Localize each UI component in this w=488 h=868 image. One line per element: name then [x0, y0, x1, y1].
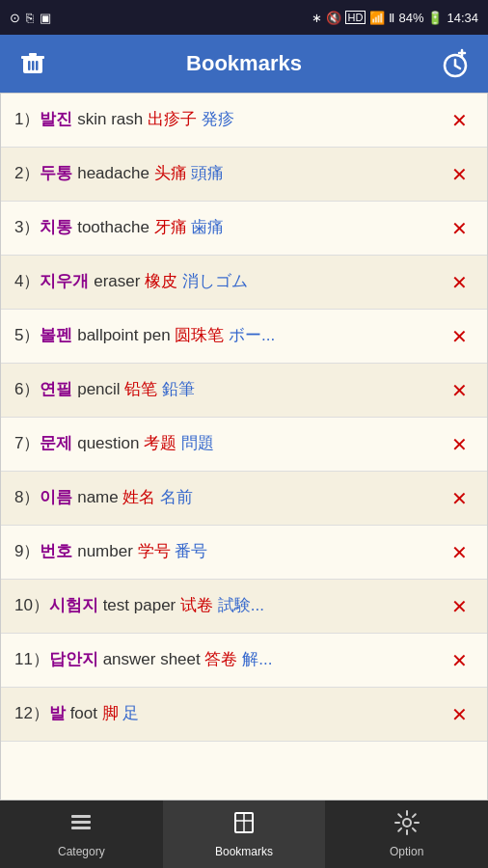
bookmark-text: 7）문제 question 考题 問題 — [14, 433, 446, 454]
bookmark-item[interactable]: 9）번호 number 学号 番号✕ — [1, 526, 487, 580]
bookmark-text: 5）볼펜 ballpoint pen 圆珠笔 ボー... — [14, 325, 446, 346]
svg-rect-4 — [32, 61, 35, 70]
delete-bookmark-button[interactable]: ✕ — [446, 159, 474, 190]
delete-bookmark-button[interactable]: ✕ — [446, 537, 474, 568]
bookmark-item[interactable]: 10）시험지 test paper 试卷 試験...✕ — [1, 580, 487, 634]
svg-line-24 — [398, 828, 401, 831]
delete-bookmark-button[interactable]: ✕ — [446, 483, 474, 514]
wifi-icon: 📶 — [369, 11, 385, 25]
clock-add-icon — [440, 48, 471, 79]
signal-icon: Ⅱ — [389, 11, 394, 25]
svg-rect-11 — [71, 815, 91, 818]
bookmark-text: 12）발 foot 脚 足 — [14, 703, 446, 724]
add-timer-button[interactable] — [436, 44, 474, 83]
bookmark-list: 1）발진 skin rash 出疹子 発疹✕2）두통 headache 头痛 頭… — [0, 93, 488, 800]
bookmark-item[interactable]: 11）답안지 answer sheet 答卷 解...✕ — [1, 634, 487, 688]
option-icon — [394, 810, 420, 841]
delete-bookmark-button[interactable]: ✕ — [446, 213, 474, 244]
bookmark-item[interactable]: 2）두통 headache 头痛 頭痛✕ — [1, 148, 487, 202]
svg-point-17 — [403, 819, 411, 827]
category-icon — [68, 810, 94, 841]
trash-icon — [19, 50, 46, 77]
svg-rect-2 — [29, 53, 37, 56]
bookmark-text: 3）치통 toothache 牙痛 歯痛 — [14, 217, 446, 238]
bookmark-item[interactable]: 6）연필 pencil 铅笔 鉛筆✕ — [1, 364, 487, 418]
bluetooth-icon: ∗ — [312, 11, 322, 25]
hd-icon: HD — [345, 11, 366, 24]
bookmark-item[interactable]: 8）이름 name 姓名 名前✕ — [1, 472, 487, 526]
nav-item-option[interactable]: Option — [325, 800, 488, 868]
bookmarks-icon — [231, 810, 257, 841]
delete-all-button[interactable] — [14, 44, 52, 83]
delete-bookmark-button[interactable]: ✕ — [446, 105, 474, 136]
svg-line-25 — [413, 814, 416, 817]
battery-icon: 🔋 — [427, 11, 443, 25]
app-icon-2: ⎘ — [26, 11, 34, 25]
app-icon-1: ⊙ — [10, 11, 20, 25]
svg-rect-13 — [71, 827, 91, 829]
status-left-icons: ⊙ ⎘ ▣ — [10, 11, 51, 25]
delete-bookmark-button[interactable]: ✕ — [446, 429, 474, 460]
nav-item-category[interactable]: Category — [0, 800, 163, 868]
svg-line-22 — [398, 814, 401, 817]
bookmark-item[interactable]: 12）발 foot 脚 足✕ — [1, 688, 487, 742]
delete-bookmark-button[interactable]: ✕ — [446, 375, 474, 406]
bookmark-text: 2）두통 headache 头痛 頭痛 — [14, 163, 446, 184]
delete-bookmark-button[interactable]: ✕ — [446, 591, 474, 622]
time-display: 14:34 — [447, 11, 478, 25]
bottom-nav: Category Bookmarks Optio — [0, 800, 488, 868]
bookmark-text: 1）발진 skin rash 出疹子 発疹 — [14, 109, 446, 130]
bookmark-text: 6）연필 pencil 铅笔 鉛筆 — [14, 379, 446, 400]
nav-item-bookmarks[interactable]: Bookmarks — [163, 800, 326, 868]
status-right-icons: ∗ 🔇 HD 📶 Ⅱ 84% 🔋 14:34 — [312, 11, 478, 25]
delete-bookmark-button[interactable]: ✕ — [446, 267, 474, 298]
volume-icon: 🔇 — [326, 11, 341, 25]
bookmark-text: 10）시험지 test paper 试卷 試験... — [14, 595, 446, 616]
svg-rect-12 — [71, 821, 91, 824]
svg-line-23 — [413, 828, 416, 831]
svg-rect-1 — [21, 56, 44, 59]
svg-line-8 — [455, 66, 460, 68]
category-label: Category — [58, 845, 105, 858]
bookmark-item[interactable]: 7）문제 question 考题 問題✕ — [1, 418, 487, 472]
battery-percent: 84% — [398, 11, 423, 25]
bookmarks-label: Bookmarks — [215, 845, 273, 858]
bookmark-text: 4）지우개 eraser 橡皮 消しゴム — [14, 271, 446, 292]
delete-bookmark-button[interactable]: ✕ — [446, 699, 474, 730]
app-icon-3: ▣ — [40, 11, 51, 25]
bookmark-item[interactable]: 3）치통 toothache 牙痛 歯痛✕ — [1, 202, 487, 256]
bookmark-text: 11）답안지 answer sheet 答卷 解... — [14, 649, 446, 670]
bookmark-item[interactable]: 5）볼펜 ballpoint pen 圆珠笔 ボー...✕ — [1, 310, 487, 364]
delete-bookmark-button[interactable]: ✕ — [446, 321, 474, 352]
delete-bookmark-button[interactable]: ✕ — [446, 645, 474, 676]
page-title: Bookmarks — [52, 51, 436, 76]
bookmark-item[interactable]: 4）지우개 eraser 橡皮 消しゴム✕ — [1, 256, 487, 310]
bookmark-text: 8）이름 name 姓名 名前 — [14, 487, 446, 508]
bookmark-item[interactable]: 1）발진 skin rash 出疹子 発疹✕ — [1, 94, 487, 148]
svg-rect-5 — [36, 61, 39, 70]
header: Bookmarks — [0, 35, 488, 93]
option-label: Option — [390, 845, 423, 858]
status-bar: ⊙ ⎘ ▣ ∗ 🔇 HD 📶 Ⅱ 84% 🔋 14:34 — [0, 0, 488, 35]
bookmark-text: 9）번호 number 学号 番号 — [14, 541, 446, 562]
svg-rect-3 — [28, 61, 31, 70]
